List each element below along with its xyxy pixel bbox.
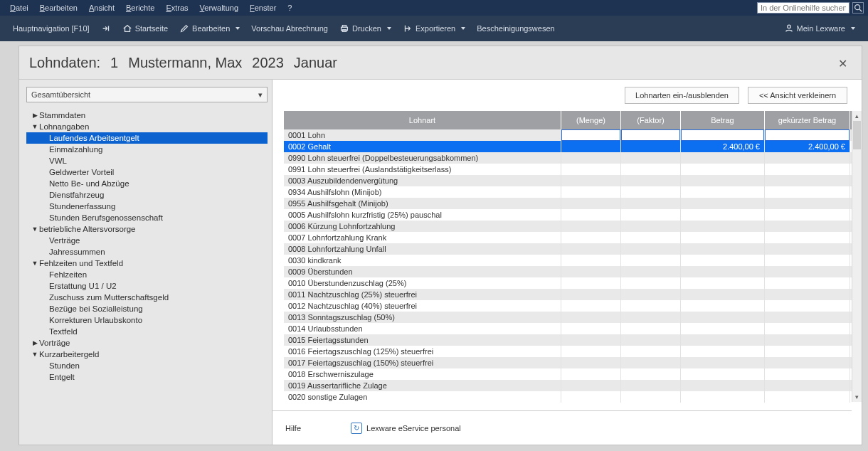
table-row[interactable]: 0011 Nachtzuschlag (25%) steuerfrei — [284, 289, 852, 300]
table-row[interactable]: 0002 Gehalt2.400,00 €2.400,00 € — [284, 141, 852, 152]
cell[interactable] — [765, 323, 850, 334]
cell[interactable] — [561, 152, 621, 164]
cell[interactable]: 0009 Überstunden — [284, 266, 561, 277]
cell[interactable]: 0011 Nachtzuschlag (25%) steuerfrei — [284, 289, 561, 300]
table-row[interactable]: 0017 Feiertagszuschlag (150%) steuerfrei — [284, 357, 852, 368]
cell[interactable]: 0014 Urlaubsstunden — [284, 323, 561, 334]
tree-node[interactable]: Stunden — [26, 360, 268, 371]
table-row[interactable]: 0008 Lohnfortzahlung Unfall — [284, 243, 852, 255]
column-header[interactable]: (Menge) — [561, 111, 621, 129]
tree-node[interactable]: Textfeld — [26, 326, 268, 337]
bearbeiten-button[interactable]: Bearbeiten — [174, 16, 245, 41]
cell[interactable] — [681, 380, 765, 391]
scroll-up-arrow[interactable]: ▴ — [852, 111, 862, 121]
cell[interactable] — [561, 175, 621, 186]
cell[interactable]: 0991 Lohn steuerfrei (Auslandstätigkeits… — [284, 164, 561, 175]
tree-node[interactable]: ▼Kurzarbeitergeld — [26, 349, 268, 360]
hilfe-link[interactable]: Hilfe — [285, 424, 301, 433]
cell[interactable] — [765, 129, 850, 141]
close-button[interactable]: ✕ — [834, 55, 852, 72]
cell[interactable] — [561, 141, 621, 152]
cell[interactable] — [765, 266, 850, 277]
cell[interactable] — [765, 186, 850, 198]
table-row[interactable]: 0014 Urlaubsstunden — [284, 323, 852, 334]
cell[interactable] — [681, 368, 765, 380]
cell[interactable]: 0012 Nachtzuschlag (40%) steuerfrei — [284, 300, 561, 312]
cell[interactable] — [765, 312, 850, 323]
cell[interactable] — [681, 357, 765, 368]
cell[interactable] — [561, 391, 621, 403]
exportieren-button[interactable]: Exportieren — [397, 16, 471, 41]
cell[interactable] — [681, 255, 765, 266]
table-row[interactable]: 0006 Kürzung Lohnfortzahlung — [284, 221, 852, 232]
cell[interactable] — [561, 334, 621, 346]
help-search-input[interactable] — [757, 2, 850, 14]
cell[interactable] — [681, 300, 765, 312]
triangle-down-icon[interactable]: ▼ — [31, 351, 39, 358]
scroll-down-arrow[interactable]: ▾ — [852, 392, 862, 402]
cell[interactable] — [681, 243, 765, 255]
table-row[interactable]: 0991 Lohn steuerfrei (Auslandstätigkeits… — [284, 164, 852, 175]
lohnarten-grid[interactable]: Lohnart(Menge)(Faktor)Betraggekürzter Be… — [284, 111, 852, 410]
ansicht-verkleinern-button[interactable]: << Ansicht verkleinern — [748, 87, 847, 104]
tree-node[interactable]: Erstattung U1 / U2 — [26, 280, 268, 292]
menu-bearbeiten[interactable]: Bearbeiten — [34, 4, 83, 12]
cell[interactable] — [561, 209, 621, 221]
tree-node[interactable]: Dienstfahrzeug — [26, 189, 268, 201]
table-row[interactable]: 0016 Feiertagszuschlag (125%) steuerfrei — [284, 346, 852, 357]
cell[interactable] — [621, 243, 681, 255]
cell[interactable] — [765, 232, 850, 243]
cell[interactable] — [765, 209, 850, 221]
cell[interactable] — [621, 209, 681, 221]
table-row[interactable]: 0003 Auszubildendenvergütung — [284, 175, 852, 186]
menu-fenster[interactable]: Fenster — [244, 4, 282, 12]
cell[interactable] — [765, 368, 850, 380]
cell[interactable] — [765, 357, 850, 368]
cell[interactable] — [621, 232, 681, 243]
tree-node[interactable]: Bezüge bei Sozialleistung — [26, 303, 268, 314]
cell[interactable]: 0007 Lohnfortzahlung Krank — [284, 232, 561, 243]
cell[interactable] — [765, 198, 850, 209]
cell[interactable] — [681, 164, 765, 175]
triangle-down-icon[interactable]: ▼ — [31, 226, 39, 233]
cell[interactable] — [765, 346, 850, 357]
cell[interactable] — [621, 334, 681, 346]
tree-node[interactable]: Fehlzeiten — [26, 269, 268, 280]
cell[interactable] — [765, 152, 850, 164]
cell[interactable] — [561, 357, 621, 368]
cell[interactable]: 0002 Gehalt — [284, 141, 561, 152]
cell[interactable] — [621, 255, 681, 266]
tree-node[interactable]: VWL — [26, 155, 268, 166]
cell[interactable] — [681, 266, 765, 277]
cell[interactable] — [621, 175, 681, 186]
cell[interactable] — [561, 323, 621, 334]
tree-node[interactable]: Netto Be- und Abzüge — [26, 178, 268, 189]
bescheinigungswesen-button[interactable]: Bescheinigungswesen — [471, 16, 560, 41]
cell[interactable] — [681, 198, 765, 209]
menu-extras[interactable]: Extras — [160, 4, 194, 12]
column-header[interactable]: Lohnart — [284, 111, 561, 129]
menu-datei[interactable]: Datei — [4, 4, 34, 12]
cell[interactable]: 0019 Aussertarifliche Zulage — [284, 380, 561, 391]
cell[interactable] — [621, 391, 681, 403]
cell[interactable] — [765, 391, 850, 403]
lohnarten-ein-ausblenden-button[interactable]: Lohnarten ein-/ausblenden — [625, 87, 739, 104]
tree-node[interactable]: Laufendes Arbeitsentgelt — [26, 132, 268, 144]
column-header[interactable]: Betrag — [681, 111, 765, 129]
table-row[interactable]: 0001 Lohn — [284, 129, 852, 141]
tree-node[interactable]: ▶Stammdaten — [26, 110, 268, 121]
cell[interactable] — [561, 198, 621, 209]
cell[interactable] — [621, 152, 681, 164]
cell[interactable] — [621, 300, 681, 312]
cell[interactable] — [621, 289, 681, 300]
cell[interactable] — [621, 141, 681, 152]
cell[interactable] — [621, 186, 681, 198]
cell[interactable] — [765, 175, 850, 186]
tree-node[interactable]: Jahressummen — [26, 246, 268, 258]
cell[interactable] — [561, 300, 621, 312]
cell[interactable] — [765, 243, 850, 255]
menu-ansicht[interactable]: Ansicht — [83, 4, 120, 12]
table-row[interactable]: 0020 sonstige Zulagen — [284, 391, 852, 403]
cell[interactable] — [681, 391, 765, 403]
cell[interactable]: 0017 Feiertagszuschlag (150%) steuerfrei — [284, 357, 561, 368]
